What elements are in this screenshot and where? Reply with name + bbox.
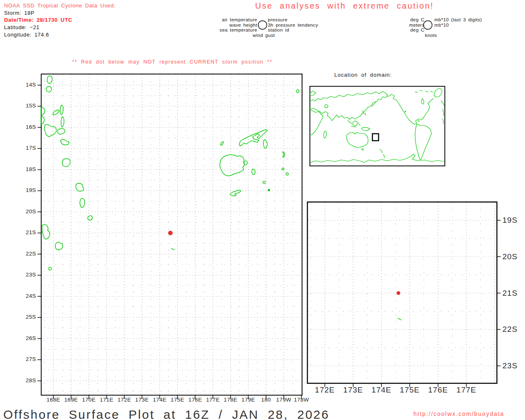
main-map-lon-tick-label: 171E [97,397,116,403]
island-outline [55,242,63,250]
island-outline [252,169,255,175]
island-outline [62,159,70,167]
island-outline [61,139,69,145]
legend-wind-gust-label: wind gust [253,33,275,38]
main-map-lon-tick-label: 170E [79,397,99,403]
legend-units-knots-label: knots [425,33,437,38]
vanuatu-coastline [41,76,92,270]
island-outline [88,216,92,220]
island-outline [53,110,59,115]
islet-dash [398,318,401,320]
inset-map-border [308,202,497,383]
storm-datetime-line: Date/Time: 28/1730 UTC [4,17,72,23]
main-map-lat-tick-label: 24S [18,293,36,299]
source-url[interactable]: http://coolwx.com/buoydata [413,411,504,417]
main-map-lat-tick-label: 25S [18,314,36,320]
main-map-lon-tick-label: 180 [256,397,276,403]
legend-air-temperature-label: air temperature [185,17,257,22]
main-map-lon-tick-label: 179W [274,397,294,403]
island-dot [268,189,270,191]
storm-longitude-line: Longitude: 174.6 [4,32,49,38]
domain-map-title: Location of domain: [334,72,392,78]
caution-banner: Use analyses with extreme caution! [255,1,434,11]
world-coastline [310,89,444,162]
legend-units-degc-sea-label: deg C [361,27,425,32]
inset-map-lat-tick-label: 23S [502,361,525,370]
main-map-lon-tick-label: 177E [203,397,223,403]
island-outline [297,90,299,93]
island-outline [60,105,63,115]
inset-map-lon-tick-label: 176E [425,386,451,395]
fiji-coastline [171,90,299,250]
storm-latitude-line: Latitude: −21 [4,24,39,30]
world-map [310,87,445,166]
legend-sea-temperature-label: sea temperature [185,27,257,32]
island-outline [283,152,285,157]
main-map-gridlines [38,75,302,399]
inset-map-lon-tick-label: 172E [312,386,338,395]
inset-map-gridlines [308,203,501,387]
main-map-lat-tick-label: 18S [18,166,36,172]
islet-dash [171,249,174,250]
offshore-surface-plot-page: NOAA SSD Tropical Cyclone Data Used: Sto… [0,0,525,420]
main-map-lat-tick-label: 17S [18,145,36,151]
island-outline [47,76,52,84]
island-outline [42,224,50,239]
taveuni-outline [263,139,267,148]
island-outline [286,173,288,175]
main-map-lat-tick-label: 23S [18,272,36,278]
legend-units-mb10-label: mb*10 [434,23,449,27]
plot-title: Offshore Surface Plot at 16Z / JAN 28, 2… [3,408,329,420]
main-map-lon-tick-label: 175E [168,397,187,403]
main-map-lon-tick-label: 168E [43,397,63,403]
inset-map-lat-tick-label: 19S [502,216,525,225]
main-map-lat-tick-label: 20S [18,208,36,215]
legend-units-degc-air-label: deg C [361,17,425,22]
inset-islands [398,318,401,320]
inset-map-lat-tick-label: 20S [502,252,525,261]
island-outline [46,86,52,92]
inset-map-lon-tick-label: 173E [340,386,366,395]
station-model-circle-icon [258,21,267,30]
storm-position-dot-inset [397,291,400,295]
main-map-lat-tick-label: 19S [18,187,36,193]
main-map-lat-tick-label: 28S [18,377,36,383]
main-map-lat-tick-label: 15S [18,103,36,109]
island-outline [80,199,85,208]
legend-units-meters-label: meters [361,23,425,27]
main-map-lat-tick-label: 21S [18,229,36,235]
main-map-lon-tick-label: 173E [132,397,152,403]
main-map-lon-tick-label: 178E [221,397,240,403]
legend-station-id-label: station id [268,27,289,32]
main-map-lon-tick-label: 176E [185,397,205,403]
kadavu-outline [230,190,241,196]
island-outline [44,125,56,137]
inset-map-lon-tick-label: 174E [368,386,395,395]
storm-position-warning: ** Red dot below may NOT represent CURRE… [72,59,272,65]
main-map-lon-tick-label: 174E [150,397,169,403]
main-map-lat-tick-label: 26S [18,335,36,341]
island-outline [282,168,284,170]
storm-id-line: Storm: 18P [4,10,34,16]
inset-map-lon-tick-label: 177E [453,386,479,395]
storm-position-dot [168,231,173,235]
inset-map-lat-tick-label: 21S [502,289,525,298]
main-map-lon-tick-label: 178W [292,397,311,403]
main-map-lon-tick-label: 172E [114,397,134,403]
inset-map-lat-tick-label: 22S [502,325,525,334]
main-map-lat-tick-label: 22S [18,251,36,257]
island-outline [221,142,224,145]
island-outline [263,181,265,184]
island-outline [58,128,65,134]
main-map-lat-tick-label: 27S [18,356,36,362]
domain-location-rectangle [372,134,379,141]
island-outline [49,267,52,270]
main-map-lat-tick-label: 16S [18,124,36,130]
island-outline [244,161,247,165]
data-source-line: NOAA SSD Tropical Cyclone Data Used: [4,2,115,9]
island-outline [61,116,64,127]
main-map-lat-tick-label: 14S [18,82,36,88]
legend-pressure-label: pressure [268,17,288,22]
legend-units-mb10-last3-label: mb*10 (last 3 digits) [434,17,482,22]
main-map-lon-tick-label: 169E [61,397,81,403]
